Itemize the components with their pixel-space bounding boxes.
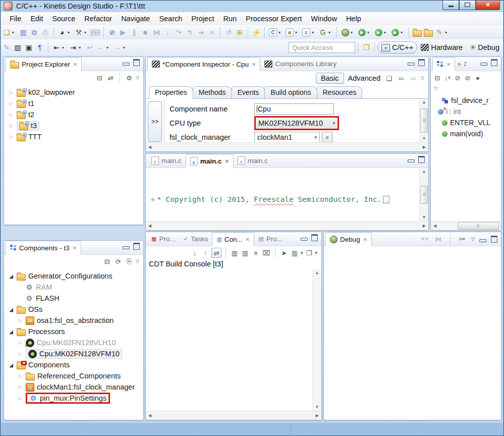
sort-icon[interactable]: ↓ᵃ (443, 73, 452, 82)
console-output[interactable]: ▲ ▼ (146, 269, 321, 411)
disconnect-icon[interactable]: ⋈ (434, 235, 443, 244)
next-annotation-icon[interactable]: ⇥ (68, 42, 78, 53)
minimize-view-icon[interactable] (123, 63, 130, 66)
tree-item-t1[interactable]: ▷ c t1 (4, 98, 143, 109)
minimize-view-icon[interactable] (408, 63, 415, 66)
scroll-left-icon[interactable]: ◀ (148, 414, 151, 418)
maximize-view-icon[interactable] (133, 243, 140, 250)
collapse-all-icon[interactable]: ⊟ (433, 73, 442, 82)
scroll-lock-icon[interactable]: ⇄ (211, 248, 221, 258)
tree-item-osa1[interactable]: ▷ OS osa1:fsl_os_abstraction (4, 315, 143, 326)
save-icon[interactable]: ▥ (18, 27, 28, 38)
clock-manager-more-button[interactable]: > (322, 132, 332, 143)
scroll-left-icon[interactable]: ◀ (433, 224, 436, 228)
view-menu-icon[interactable]: ▽ (136, 75, 139, 80)
tree-item-components-folder[interactable]: ◢ ✕ Components (4, 359, 143, 370)
tab-close-icon[interactable]: ✕ (73, 62, 77, 67)
tab-properties[interactable]: ▤ Pro... (254, 232, 287, 246)
expander-icon[interactable]: ◢ (8, 274, 14, 279)
scroll-down-icon[interactable]: ▼ (315, 405, 319, 409)
dropdown-icon[interactable]: ▾ (278, 30, 283, 35)
dropdown-icon[interactable]: ▾ (62, 45, 67, 50)
pe-dropdown-icon[interactable]: ▾ (68, 30, 72, 35)
tree-item-k02-lowpower[interactable]: ▷ c k02_lowpower (4, 87, 143, 98)
tree-item-t3[interactable]: ▷ c t3 (4, 120, 143, 131)
minimize-view-icon[interactable] (479, 239, 486, 242)
inspector-hscrollbar[interactable]: ◀ ▶ (146, 142, 428, 151)
dropdown-icon[interactable]: ▾ (328, 30, 333, 35)
tab-close-icon[interactable]: ✕ (246, 237, 250, 242)
outline-item-i[interactable]: s i : int (431, 106, 501, 117)
clock-manager-dropdown[interactable]: clockMan1 ▾ (254, 132, 320, 143)
scroll-up-icon[interactable]: ▲ (422, 100, 426, 104)
menu-run[interactable]: Run (218, 13, 241, 24)
tree-item-referenced-components[interactable]: ▷ Referenced_Components (4, 370, 143, 382)
expander-icon[interactable]: ◢ (8, 329, 14, 335)
open-pe-project-icon[interactable] (413, 30, 422, 37)
run-to-line-icon[interactable]: ⇥ (196, 27, 206, 38)
tree-item-ttt[interactable]: ▷ c TTT (4, 131, 143, 142)
editor-hscrollbar[interactable]: ◀ ▶ (146, 221, 428, 230)
expand-properties-button[interactable]: >> (148, 101, 162, 142)
minimize-view-icon[interactable] (408, 159, 415, 162)
last-edit-location-icon[interactable]: ⇤ (51, 42, 62, 53)
subtab-methods[interactable]: Methods (193, 86, 232, 98)
tab-close-icon[interactable]: ✕ (446, 62, 451, 67)
hide-non-public-icon[interactable]: ● (473, 73, 482, 82)
debug-dropdown-icon[interactable]: ▾ (351, 30, 355, 35)
terminate-icon[interactable]: ■ (140, 27, 150, 38)
menu-processor-expert[interactable]: Processor Expert (241, 13, 306, 24)
tab-component-inspector[interactable]: *Component Inspector - Cpu ✕ (147, 57, 260, 71)
tree-item-ram[interactable]: ⚙ RAM (4, 282, 143, 293)
inspector-vscrollbar[interactable]: ▲ ☰ ▼ (419, 99, 428, 142)
scroll-down-icon[interactable]: ▼ (422, 137, 426, 141)
expander-icon[interactable]: ▷ (8, 90, 14, 95)
new-code-gen-icon[interactable]: G (318, 27, 328, 38)
fold-expand-icon[interactable]: ⊕ (149, 194, 157, 205)
ext-dropdown-icon[interactable]: ▾ (384, 30, 388, 35)
expander-icon[interactable]: ▷ (8, 134, 14, 139)
tree-item-pin-mux[interactable]: ▷ ⚙ pin_mux:PinSettings (4, 393, 143, 404)
step-into-icon[interactable]: ↓ (162, 27, 173, 38)
scroll-right-icon[interactable]: ▶ (423, 145, 426, 149)
close-button[interactable]: ✕ (476, 0, 500, 10)
profile-icon[interactable]: ▶ (391, 29, 399, 36)
tab-close-icon[interactable]: ✕ (363, 237, 367, 242)
forward-history-icon[interactable]: → (113, 42, 123, 53)
expander-icon[interactable]: ◢ (8, 362, 14, 368)
profile-dropdown-icon[interactable]: ▾ (401, 30, 405, 35)
scroll-up-icon[interactable]: ↑ (201, 248, 210, 257)
scroll-right-icon[interactable]: ▶ (423, 224, 426, 228)
dropdown-icon[interactable]: ▾ (315, 250, 317, 255)
scroll-left-icon[interactable]: ◀ (148, 145, 151, 149)
build-hammer-icon[interactable]: ⚒ (74, 27, 84, 38)
expander-icon[interactable]: ▷ (17, 396, 23, 401)
maximize-view-icon[interactable] (311, 234, 318, 241)
scroll-left-icon[interactable]: ◀ (148, 224, 151, 228)
tree-item-cpu-vlh10[interactable]: ▷ ✕ Cpu:MK02FN128VLH10 (4, 337, 143, 348)
run-icon[interactable]: ▶ (358, 29, 366, 36)
tree-item-generator-configurations[interactable]: ◢ Generator_Configurations (4, 270, 143, 282)
open-perspective-icon[interactable]: ❒ (361, 42, 371, 53)
menu-navigate[interactable]: Navigate (117, 13, 154, 24)
pin-console-icon[interactable]: ▥ (241, 248, 250, 257)
view-overflow[interactable]: »2 (455, 57, 469, 71)
new-wizard-icon[interactable]: ❏ (2, 27, 12, 38)
tab-debug[interactable]: Debug ✕ (325, 232, 372, 246)
scroll-down-icon[interactable]: ↓ (190, 248, 199, 257)
restart-icon[interactable]: ↺ (223, 27, 234, 38)
minimize-view-icon[interactable] (301, 238, 308, 241)
scroll-right-icon[interactable]: ▶ (316, 414, 319, 418)
menu-refactor[interactable]: Refactor (80, 13, 117, 24)
expander-icon[interactable]: ◢ (8, 307, 14, 312)
tab-console[interactable]: ▥ Con... ✕ (212, 232, 254, 246)
nav-back-icon[interactable]: ⇦ (397, 74, 406, 83)
show-whitespace-icon[interactable]: ¶ (35, 42, 45, 53)
tree-item-t2[interactable]: ▷ c t2 (4, 109, 143, 120)
maximize-view-icon[interactable] (491, 59, 497, 66)
subtab-properties[interactable]: Properties (149, 86, 193, 99)
view-menu-icon[interactable]: ▽ (136, 259, 139, 264)
tab-components[interactable]: Components - t3 ✕ (6, 241, 81, 255)
expander-icon[interactable]: ▷ (17, 385, 23, 390)
pin-icon[interactable]: ➤ (279, 248, 289, 257)
